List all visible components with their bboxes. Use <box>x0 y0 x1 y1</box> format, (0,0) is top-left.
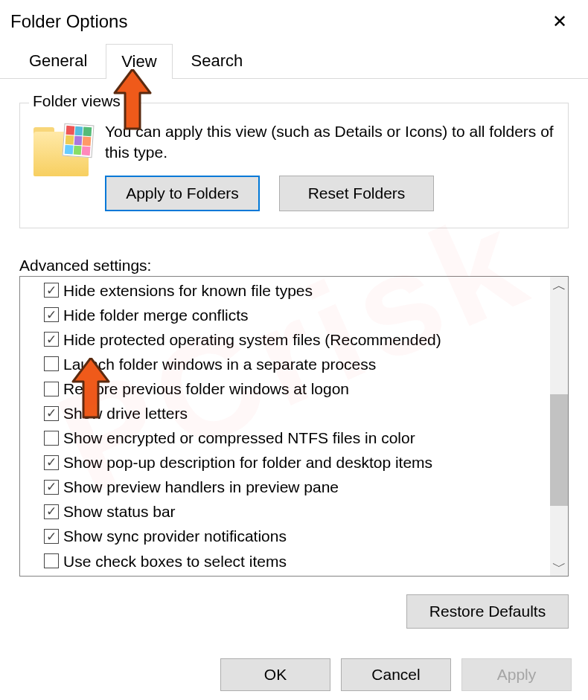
folder-views-legend: Folder views <box>29 92 124 110</box>
checkbox[interactable] <box>44 455 59 470</box>
list-item-label: Show pop-up description for folder and d… <box>63 451 432 474</box>
list-item[interactable]: Hide extensions for known file types <box>44 278 550 303</box>
reset-folders-button[interactable]: Reset Folders <box>279 176 434 211</box>
list-item[interactable]: Show status bar <box>44 499 550 524</box>
list-item[interactable]: Show pop-up description for folder and d… <box>44 450 550 475</box>
ok-button[interactable]: OK <box>220 658 330 691</box>
folder-icon <box>33 124 92 176</box>
advanced-settings-label: Advanced settings: <box>19 257 569 274</box>
list-item[interactable]: Show sync provider notifications <box>44 524 550 548</box>
checkbox[interactable] <box>44 283 59 298</box>
list-item[interactable]: Show encrypted or compressed NTFS files … <box>44 426 550 450</box>
folder-views-description: You can apply this view (such as Details… <box>105 121 555 164</box>
list-item-label: Hide folder merge conflicts <box>63 304 249 327</box>
scroll-track[interactable] <box>550 295 568 558</box>
list-item[interactable]: Hide folder merge conflicts <box>44 303 550 327</box>
list-item-label: Launch folder windows in a separate proc… <box>63 353 376 376</box>
apply-button[interactable]: Apply <box>461 658 572 691</box>
list-item[interactable]: Use Sharing Wizard (Recommended) <box>44 574 550 576</box>
checkbox[interactable] <box>44 431 59 446</box>
list-item[interactable]: Restore previous folder windows at logon <box>44 376 550 401</box>
list-item-label: Show sync provider notifications <box>63 524 287 548</box>
list-item-label: Show drive letters <box>63 402 188 425</box>
scroll-thumb[interactable] <box>550 394 568 506</box>
advanced-settings-list: Hide extensions for known file typesHide… <box>19 276 569 577</box>
list-item[interactable]: Launch folder windows in a separate proc… <box>44 352 550 376</box>
list-item-label: Hide protected operating system files (R… <box>63 328 441 351</box>
checkbox[interactable] <box>44 356 59 371</box>
checkbox[interactable] <box>44 480 59 495</box>
list-item-label: Show preview handlers in preview pane <box>63 475 339 498</box>
checkbox[interactable] <box>44 529 59 544</box>
list-item[interactable]: Show preview handlers in preview pane <box>44 475 550 499</box>
tab-search[interactable]: Search <box>176 43 259 78</box>
checkbox[interactable] <box>44 382 59 396</box>
checkbox[interactable] <box>44 553 59 568</box>
window-title: Folder Options <box>10 11 542 32</box>
tab-general[interactable]: General <box>13 43 103 78</box>
apply-to-folders-button[interactable]: Apply to Folders <box>105 176 260 211</box>
advanced-scrollbar[interactable]: ︿ ﹀ <box>550 277 568 576</box>
list-item-label: Hide extensions for known file types <box>63 279 313 302</box>
list-item[interactable]: Hide protected operating system files (R… <box>44 327 550 352</box>
list-item-label: Use check boxes to select items <box>63 550 287 573</box>
checkbox[interactable] <box>44 504 59 519</box>
list-item-label: Show status bar <box>63 500 176 523</box>
dialog-footer: OK Cancel Apply <box>220 658 572 691</box>
list-item[interactable]: Show drive letters <box>44 401 550 426</box>
tab-strip: General View Search <box>0 43 588 79</box>
tab-view[interactable]: View <box>106 44 172 79</box>
restore-defaults-button[interactable]: Restore Defaults <box>406 594 569 629</box>
list-item[interactable]: Use check boxes to select items <box>44 549 550 574</box>
list-item-label: Use Sharing Wizard (Recommended) <box>63 574 323 576</box>
folder-views-group: Folder views You can apply this view (su… <box>19 103 569 228</box>
checkbox[interactable] <box>44 307 59 322</box>
list-item-label: Restore previous folder windows at logon <box>63 377 349 400</box>
checkbox[interactable] <box>44 332 59 347</box>
cancel-button[interactable]: Cancel <box>341 658 451 691</box>
list-item-label: Show encrypted or compressed NTFS files … <box>63 426 415 449</box>
close-icon[interactable]: ✕ <box>542 11 578 32</box>
checkbox[interactable] <box>44 406 59 421</box>
scroll-up-icon[interactable]: ︿ <box>550 277 568 295</box>
scroll-down-icon[interactable]: ﹀ <box>550 558 568 576</box>
